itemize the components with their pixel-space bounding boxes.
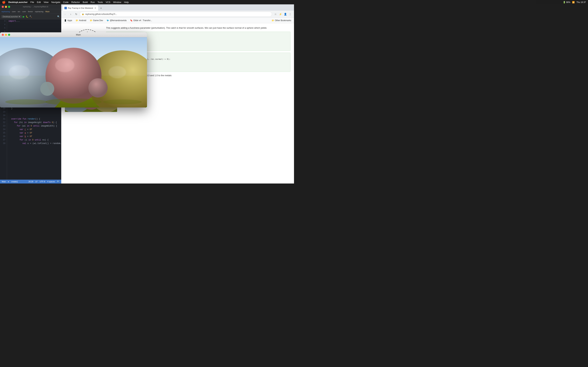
menu-file[interactable]: File (30, 1, 34, 3)
render-close-button[interactable] (2, 34, 4, 36)
statusbar-right: 26:28 LF UTF-8 4 spaces 🔍 (28, 181, 60, 183)
profile-button[interactable]: 👤 (283, 12, 287, 16)
svg-point-28 (45, 98, 102, 105)
render-window-titlebar: Main (0, 32, 147, 37)
bookmark-other[interactable]: 📁 Other Bookmarks (270, 19, 292, 22)
bookmarks-bar: 📱 Apps 📁 Android 📁 Game Dev 🐦 @fernandor… (61, 18, 294, 23)
code-line-30 (9, 114, 60, 117)
menu-view[interactable]: View (43, 1, 49, 3)
debug-button[interactable]: 🐛 (26, 15, 28, 18)
code-line-36: var b = 0f (9, 135, 60, 138)
code-line-34: var r = 0f (9, 128, 60, 131)
run-button[interactable]: ▶ (23, 15, 25, 18)
tab-favicon (64, 7, 67, 9)
maximize-button[interactable] (8, 6, 10, 8)
browser-panel: Ray Tracing in One Weekend ✕ + ‹ › ↻ 🔒 r… (61, 4, 294, 184)
code-line-29 (9, 110, 60, 114)
svg-point-25 (55, 58, 74, 72)
apps-icon: 📱 (64, 19, 67, 22)
gamedev-icon: 📁 (90, 19, 92, 22)
breadcrumb-src[interactable]: src (18, 10, 20, 13)
menu-vcs[interactable]: VCS (106, 1, 110, 3)
bookmark-apps[interactable]: 📱 Apps (63, 19, 73, 22)
search-icon[interactable]: 🔍 (57, 181, 60, 183)
render-window[interactable]: Main (0, 32, 147, 108)
project-selector[interactable]: DesktopLauncher ▼ (1, 15, 22, 18)
status-main: Main (2, 181, 6, 183)
bookmark-apps-label: Apps (67, 19, 72, 22)
svg-point-30 (103, 100, 142, 104)
breadcrumb-raytracing[interactable]: raytracing (1, 10, 10, 13)
menu-code[interactable]: Code (63, 1, 69, 3)
book-paragraph-1: This suggests adding a fuzziness paramet… (106, 26, 291, 30)
menu-bar: 🍎 DesktopLauncher File Edit View Navigat… (0, 0, 294, 4)
app-name[interactable]: DesktopLauncher (9, 1, 28, 3)
bookmark-gamedev-label: Game Dev (93, 19, 103, 22)
breadcrumb-raytracing2[interactable]: raytracing (35, 10, 43, 13)
ray-traced-scene (0, 37, 147, 108)
search-button[interactable]: 🔍 (57, 15, 60, 18)
bookmark-android[interactable]: 📁 Android (75, 19, 87, 22)
extensions-button[interactable]: ⚡ (278, 12, 282, 16)
back-button[interactable]: ‹ (63, 12, 67, 16)
render-window-title: Main (12, 33, 145, 36)
render-minimize-button[interactable] (5, 34, 7, 36)
security-icon: 🔒 (82, 13, 84, 15)
bookmark-star-button[interactable]: ☆ (273, 12, 277, 16)
tab-close-button[interactable]: ✕ (94, 7, 96, 9)
breadcrumb-core[interactable]: core (12, 10, 16, 13)
code-line-33: for (wi in 0 until imageWidth) { (9, 124, 60, 128)
code-line-3: import ... (9, 19, 60, 23)
menu-tools[interactable]: Tools (97, 1, 103, 3)
svg-point-21 (9, 65, 30, 79)
new-tab-button[interactable]: + (99, 6, 103, 10)
breadcrumb-feresr[interactable]: feresr (28, 10, 33, 13)
svg-point-27 (40, 82, 54, 96)
ide-titlebar: raytracing – .../raytracing/Main.kt (0, 4, 61, 9)
code-line-38: val u = (wi.toFloat() + random.nextFloat… (9, 142, 60, 145)
menu-help[interactable]: Help (124, 1, 129, 3)
breadcrumb-main[interactable]: Main (45, 10, 50, 13)
code-line-31: override fun render() { (9, 117, 60, 121)
svg-point-23 (109, 66, 126, 78)
minimize-button[interactable] (5, 6, 7, 8)
indent: 4 spaces (47, 181, 55, 183)
cursor-position: 26:28 (28, 181, 33, 183)
browser-tab-active[interactable]: Ray Tracing in One Weekend ✕ (63, 5, 98, 11)
ide-toolbar: DesktopLauncher ▼ ▶ 🐛 🔨 🔍 (0, 14, 61, 19)
build-button[interactable]: 🔨 (29, 15, 32, 18)
tab-bar: Ray Tracing in One Weekend ✕ + (61, 4, 294, 11)
render-maximize-button[interactable] (8, 34, 10, 36)
main-layout: raytracing – .../raytracing/Main.kt rayt… (0, 0, 294, 184)
bookmark-twitter[interactable]: 🐦 @fernandoraviola (105, 19, 128, 22)
browser-toolbar-icons: ☆ ⚡ 👤 ⋮ (273, 12, 292, 16)
window-controls (2, 6, 10, 8)
code-line-32: for (hi in imageHeight downTo 0) { (9, 121, 60, 124)
breadcrumb-com[interactable]: com (22, 10, 26, 13)
status-sep: ▸ (8, 181, 9, 183)
close-button[interactable] (2, 6, 4, 8)
forward-button[interactable]: › (69, 12, 73, 16)
bookmark-glide[interactable]: 🔖 Glide v4 : Transfor... (129, 19, 153, 22)
code-line-5 (9, 26, 60, 30)
menu-dots-button[interactable]: ⋮ (288, 12, 292, 16)
menu-run[interactable]: Run (91, 1, 95, 3)
bookmark-twitter-label: @fernandoraviola (110, 19, 127, 22)
line-ending: LF (35, 181, 38, 183)
twitter-icon: 🐦 (107, 19, 109, 22)
glide-icon: 🔖 (130, 19, 133, 22)
menu-refactor[interactable]: Refactor (71, 1, 80, 3)
svg-point-26 (88, 78, 108, 98)
menu-window[interactable]: Window (113, 1, 121, 3)
menu-edit[interactable]: Edit (37, 1, 41, 3)
bookmark-glide-label: Glide v4 : Transfor... (133, 19, 152, 22)
bookmark-gamedev[interactable]: 📁 Game Dev (89, 19, 104, 22)
bookmark-android-label: Android (79, 19, 86, 22)
folder-icon: 📁 (76, 19, 78, 22)
apple-menu[interactable]: 🍎 (2, 0, 6, 4)
url-bar[interactable]: 🔒 raytracing.github.io/books/RayTr... (80, 12, 272, 17)
ide-breadcrumb: raytracing › core › src › com › feresr ›… (0, 9, 61, 14)
reload-button[interactable]: ↻ (74, 12, 78, 16)
menu-navigate[interactable]: Navigate (51, 1, 60, 3)
menu-build[interactable]: Build (83, 1, 88, 3)
